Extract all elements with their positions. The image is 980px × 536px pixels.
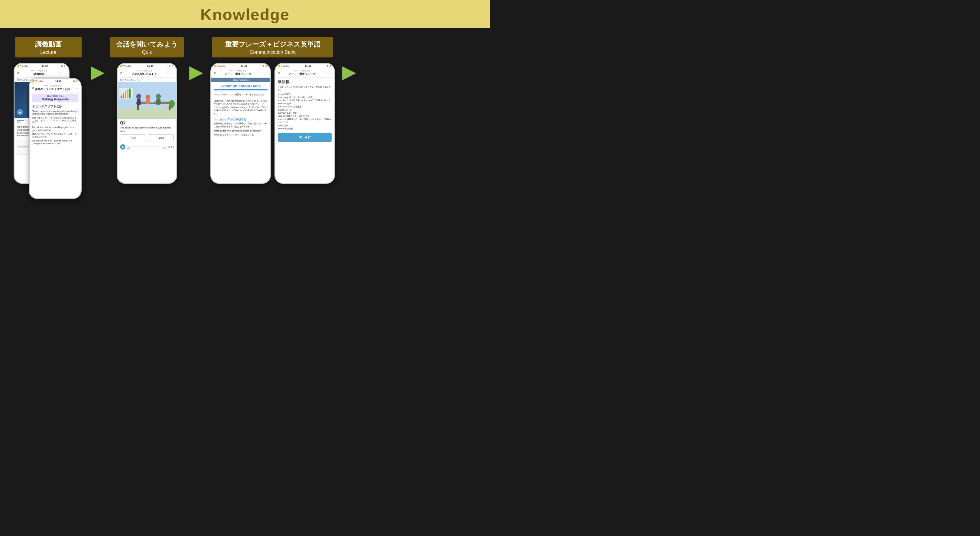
comm-lesson-text: Lesson 1の「Asking permission：許可を求める」は自分が行…: [211, 98, 270, 117]
app-subtitle-line1: GWE - 2. 依頼をする: [19, 70, 59, 72]
svg-rect-17: [137, 99, 140, 105]
vocab-item: workload: 仕事量: [278, 127, 332, 130]
app-subtitle-line2: 講義のトランスクリプトと訳: [35, 87, 71, 91]
svg-rect-11: [123, 94, 124, 98]
q1-text: The cause of the delay in shipment was h…: [118, 126, 176, 135]
more-icon[interactable]: ···: [170, 72, 174, 75]
study-ref-title: Making Requests: [34, 97, 76, 101]
transcript-text-1: Making requests and responding to them p…: [30, 109, 81, 116]
vocab-item: inventory: 在庫: [278, 102, 332, 105]
transcript-text-3: After all, success involves working toge…: [30, 125, 81, 132]
comm-bank-title-jp: 重要フレーズ＋ビジネス英単語: [218, 40, 327, 49]
play-button[interactable]: ▶: [120, 144, 126, 150]
quiz-section: 会話を聞いてみよう Quiz 📶 Y!mobile 14:49 ⚙ 🔋 ✕ GW…: [108, 37, 186, 184]
vocab-item: mentor: メンター: [278, 108, 332, 111]
svg-rect-21: [156, 99, 161, 105]
vocab-item: scale out: 横展開する、同じ機能のものを増やして規模を大きくする: [278, 118, 332, 124]
app-subtitle-line2: ノート：重要フレーズ: [280, 72, 324, 76]
comm-bank-title-en: Communication Bank: [218, 49, 327, 55]
comm-intro-text: コミュニケーションに必要なフレーズを学びましょう。: [211, 92, 270, 98]
battery-icon: ⚙ 🔋: [61, 65, 66, 67]
comm-section1-title: １）カジュアルに依頼する: [211, 117, 270, 122]
knowledge-header: Knowledge: [0, 0, 490, 28]
vocab-item: stock: 在庫: [278, 124, 332, 127]
svg-rect-19: [146, 99, 150, 104]
next-button[interactable]: 次へ進む: [278, 133, 332, 142]
star-icon[interactable]: ☆: [71, 86, 73, 90]
status-time: 14:49: [55, 80, 61, 83]
status-time: 14:49: [240, 65, 247, 67]
transcript-text-2: 依頼をすること、そして依頼に積極的に応えることは、ビジネス・コミュニケーションの…: [30, 116, 81, 125]
battery-icon: ⚙ 🔋: [326, 65, 332, 67]
quiz-title-en: Quiz: [116, 49, 178, 55]
arrow-3: ▶: [339, 37, 359, 82]
vocab-item: overview: 概要、要約: [278, 111, 332, 115]
audio-bar: ▶ 0:00 0:59 x1.00: [118, 143, 176, 151]
vocab-item: mass production: 大量生産: [278, 105, 332, 108]
quiz-illustration: [118, 82, 176, 118]
transcript-text-4: 成功にはグループとしての活動とチームワークが必要なのです。: [30, 132, 81, 139]
app-subtitle-line1: GWE - 2. 依頼をする: [123, 70, 166, 72]
vocab-item: ramp up: 増加させる、成長させる: [278, 115, 332, 118]
comm-section1-body: 普段一緒に仕事をしている同僚や、距離の近いメンバーに何かを依頼する際に使える表現…: [211, 122, 270, 129]
quiz-phone: 📶 Y!mobile 14:49 ⚙ 🔋 ✕ GWE - 2. 依頼をする 会話…: [117, 63, 177, 184]
study-ref-box: Study Reference Making Requests: [32, 94, 78, 102]
star-icon[interactable]: ☆: [324, 72, 327, 75]
true-button[interactable]: True: [120, 135, 146, 141]
quiz-title-jp: 会話を聞いてみよう: [116, 40, 178, 49]
comm-bank-phone-right: 📶 Y!mobile 14:49 ⚙ 🔋 ✕ GWE - 2. 依頼をする ノー…: [274, 63, 335, 184]
lecture-phone-overlay: 📶 Y!mobile 14:49 ⚙ 🔋 ✕ GWE - 2. 依頼をする 講義…: [29, 78, 82, 199]
comm-bank-section: 重要フレーズ＋ビジネス英単語 Communication Bank 📶 Y!mo…: [206, 37, 339, 184]
close-icon[interactable]: ✕: [278, 72, 280, 74]
app-subtitle-line1: GWE - 2. 依頼をする: [216, 70, 260, 72]
false-button[interactable]: False: [148, 135, 174, 141]
star-icon[interactable]: ☆: [260, 72, 262, 75]
transcript-title: トランスクリプトと訳: [30, 103, 81, 109]
close-icon[interactable]: ✕: [214, 72, 216, 74]
more-icon[interactable]: ···: [264, 72, 267, 75]
highlight-text: When you're free, could you: [214, 130, 242, 132]
signal-icon: 📶 Y!mobile: [214, 65, 225, 67]
audio-time-total: 0:59: [163, 147, 167, 149]
vocab-title: 単語帳: [275, 78, 334, 86]
vocab-intro: このレッスンに登場するビジネスでよく使われる単語です。: [275, 86, 334, 93]
note-text: ビデオを見ましょう。: [118, 78, 176, 82]
status-time: 14:49: [147, 65, 153, 67]
more-icon[interactable]: ···: [63, 72, 66, 75]
more-icon[interactable]: ···: [328, 72, 332, 75]
app-subtitle-line2: ノート：重要フレーズ: [216, 72, 260, 76]
svg-point-16: [136, 94, 141, 99]
app-subtitle-line1: GWE - 2. 依頼をする: [35, 85, 71, 87]
quiz-header: 会話を聞いてみよう Quiz: [110, 37, 184, 57]
lecture-title-en: Lecture: [21, 49, 76, 55]
close-icon[interactable]: ✕: [32, 86, 35, 89]
time-current: 0:08: [17, 121, 21, 123]
svg-rect-12: [125, 91, 126, 98]
signal-icon: 📶 Y!mobile: [17, 65, 29, 67]
signal-icon: 📶 Y!mobile: [120, 65, 132, 67]
vocab-item: favor: 願い、親切な行動（ask a favorで「用事を頼む」）: [278, 99, 332, 102]
study-ref-label: Study Reference: [34, 95, 76, 97]
vocab-item: annual: 年間の: [278, 93, 332, 96]
app-subtitle-line1: GWE - 2. 依頼をする: [280, 70, 324, 72]
knowledge-title: Knowledge: [200, 6, 290, 23]
speed-badge[interactable]: x1.00: [168, 146, 174, 148]
star-icon[interactable]: ☆: [59, 72, 61, 75]
comm-bank-header: 重要フレーズ＋ビジネス英単語 Communication Bank: [212, 37, 333, 57]
vocab-item: discrepancy: 不一致、食い違い、相違: [278, 96, 332, 99]
close-icon[interactable]: ✕: [120, 72, 123, 74]
arrow-1: ▶: [88, 37, 108, 82]
more-icon[interactable]: ···: [75, 86, 78, 90]
svg-point-23: [169, 100, 175, 107]
close-icon[interactable]: ✕: [17, 72, 19, 74]
comm-section1-jp: 時間があるときに、レコードを更新しても: [211, 133, 270, 138]
play-button[interactable]: ▶: [17, 109, 23, 115]
comm-section1-highlight-text: When you're free, could you update the r…: [211, 129, 270, 134]
battery-icon: ⚙ 🔋: [169, 65, 174, 67]
star-icon[interactable]: ☆: [166, 72, 169, 75]
comm-bank-phone-left: 📶 Y!mobile 14:49 ⚙ 🔋 ✕ GWE - 2. 依頼をする ノー…: [210, 63, 271, 184]
svg-rect-10: [121, 95, 122, 98]
study-ref-header: Study Reference: [211, 78, 270, 82]
svg-rect-13: [127, 89, 129, 98]
lecture-section: 講義動画 Lecture 📶 Y!mobile 14:32 ⚙ 🔋 ✕ GWE …: [9, 37, 88, 199]
